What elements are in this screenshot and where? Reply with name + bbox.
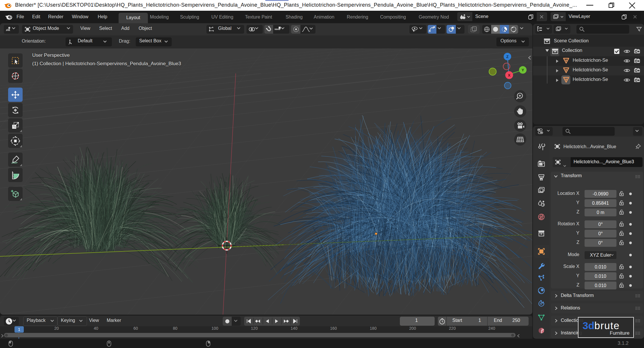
- svg-text:Y: Y: [522, 68, 524, 72]
- svg-text:Z: Z: [506, 55, 509, 59]
- svg-text:X: X: [508, 73, 511, 77]
